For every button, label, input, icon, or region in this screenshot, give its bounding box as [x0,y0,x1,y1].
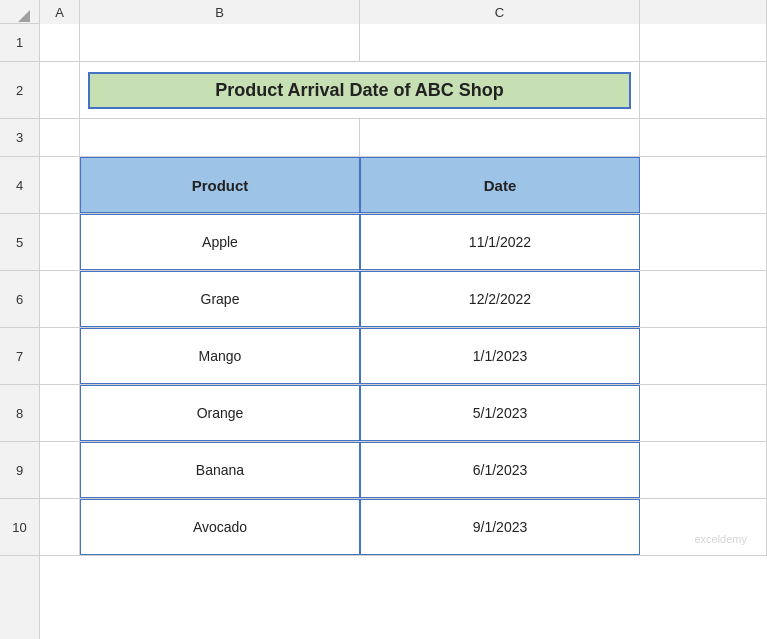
cell-4rest [640,157,767,213]
cell-5a[interactable] [40,214,80,270]
column-headers: A B C [0,0,767,24]
watermark-text: exceldemy [694,533,747,545]
row-num-5[interactable]: 5 [0,214,39,271]
col-header-c[interactable]: C [360,0,640,24]
row-num-10[interactable]: 10 [0,499,39,556]
corner-cell [0,0,40,24]
col-header-a[interactable]: A [40,0,80,24]
cell-10a[interactable] [40,499,80,555]
table-row [40,119,767,157]
row-numbers: 1 2 3 4 5 6 7 8 9 10 [0,24,40,639]
row-num-9[interactable]: 9 [0,442,39,499]
cell-10rest: exceldemy [640,499,767,555]
row-num-6[interactable]: 6 [0,271,39,328]
cell-6a[interactable] [40,271,80,327]
cell-8rest [640,385,767,441]
spreadsheet-title: Product Arrival Date of ABC Shop [88,72,631,109]
date-cell-avocado[interactable]: 9/1/2023 [360,499,640,555]
cell-4a[interactable] [40,157,80,213]
date-cell-apple[interactable]: 11/1/2022 [360,214,640,270]
cell-1rest [640,24,767,61]
cell-6rest [640,271,767,327]
cell-1a[interactable] [40,24,80,61]
cell-8a[interactable] [40,385,80,441]
date-cell-orange[interactable]: 5/1/2023 [360,385,640,441]
cell-1c[interactable] [360,24,640,61]
grid-body: 1 2 3 4 5 6 7 8 9 10 Product [0,24,767,639]
cell-2rest [640,62,767,118]
table-row: Banana 6/1/2023 [40,442,767,499]
cell-1b[interactable] [80,24,360,61]
date-cell-mango[interactable]: 1/1/2023 [360,328,640,384]
table-row: Avocado 9/1/2023 exceldemy [40,499,767,556]
cell-7rest [640,328,767,384]
cell-3rest [640,119,767,156]
cell-2a[interactable] [40,62,80,118]
col-header-rest [640,0,767,24]
product-cell-grape[interactable]: Grape [80,271,360,327]
table-header-row: Product Date [40,157,767,214]
row-num-7[interactable]: 7 [0,328,39,385]
product-cell-banana[interactable]: Banana [80,442,360,498]
row-num-8[interactable]: 8 [0,385,39,442]
cell-7a[interactable] [40,328,80,384]
table-row: Product Arrival Date of ABC Shop [40,62,767,119]
product-cell-avocado[interactable]: Avocado [80,499,360,555]
product-cell-orange[interactable]: Orange [80,385,360,441]
row-num-2[interactable]: 2 [0,62,39,119]
date-header[interactable]: Date [360,157,640,213]
title-cell[interactable]: Product Arrival Date of ABC Shop [80,62,640,118]
spreadsheet: A B C 1 2 3 4 5 6 7 8 9 10 [0,0,767,639]
cell-9rest [640,442,767,498]
table-row [40,24,767,62]
table-row: Apple 11/1/2022 [40,214,767,271]
product-cell-apple[interactable]: Apple [80,214,360,270]
table-row: Mango 1/1/2023 [40,328,767,385]
date-cell-banana[interactable]: 6/1/2023 [360,442,640,498]
col-header-b[interactable]: B [80,0,360,24]
cell-3b[interactable] [80,119,360,156]
table-row: Grape 12/2/2022 [40,271,767,328]
grid-content: Product Arrival Date of ABC Shop Product… [40,24,767,639]
row-num-4[interactable]: 4 [0,157,39,214]
cell-5rest [640,214,767,270]
corner-triangle-icon [18,10,30,22]
table-row: Orange 5/1/2023 [40,385,767,442]
product-header[interactable]: Product [80,157,360,213]
row-num-1[interactable]: 1 [0,24,39,62]
cell-3a[interactable] [40,119,80,156]
row-num-3[interactable]: 3 [0,119,39,157]
cell-3c[interactable] [360,119,640,156]
product-cell-mango[interactable]: Mango [80,328,360,384]
date-cell-grape[interactable]: 12/2/2022 [360,271,640,327]
cell-9a[interactable] [40,442,80,498]
